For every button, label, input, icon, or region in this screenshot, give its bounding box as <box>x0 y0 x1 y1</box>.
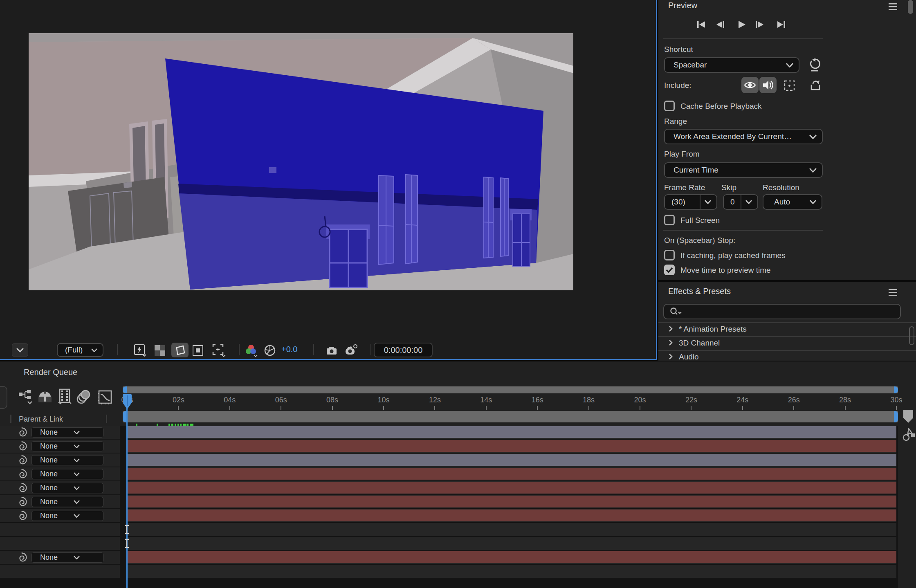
shortcut-dropdown[interactable]: Spacebar <box>664 57 799 73</box>
comp-marker-bin-icon[interactable] <box>902 409 914 424</box>
expand-chevron-icon[interactable] <box>669 325 673 334</box>
layer-track[interactable] <box>127 537 896 550</box>
column-divider[interactable] <box>106 415 107 423</box>
layer-track[interactable] <box>127 426 896 439</box>
layer-duration-bar[interactable] <box>127 509 896 521</box>
layer-track[interactable] <box>127 467 896 480</box>
cache-before-playback-checkbox[interactable] <box>664 101 675 111</box>
transparency-grid-icon[interactable] <box>154 345 166 356</box>
navigator-start-handle[interactable] <box>123 386 127 393</box>
magnification-value: (Full) <box>58 346 91 355</box>
pick-whip-icon[interactable] <box>16 427 27 438</box>
current-time-button-partial[interactable] <box>0 386 7 409</box>
layer-duration-bar[interactable] <box>127 551 896 563</box>
effects-group-row[interactable]: * Animation Presets <box>679 325 747 334</box>
parent-link-dropdown[interactable]: None <box>31 441 103 451</box>
play-button[interactable] <box>737 20 746 29</box>
expand-chevron-icon[interactable] <box>669 339 673 348</box>
primary-viewer-toggle[interactable] <box>809 79 822 92</box>
timecode-display[interactable]: 0:00:00:00 <box>374 343 433 357</box>
show-snapshot-icon[interactable] <box>345 344 358 356</box>
layer-track[interactable] <box>127 509 896 522</box>
first-frame-button[interactable] <box>696 20 706 29</box>
composition-mini-flowchart-icon[interactable] <box>18 389 35 405</box>
skip-combo[interactable]: 0 <box>723 194 758 210</box>
mask-visibility-icon[interactable] <box>171 343 189 357</box>
layer-track[interactable] <box>127 495 896 508</box>
audio-include-toggle[interactable] <box>759 77 777 93</box>
resolution-dropdown[interactable]: Auto <box>763 194 822 210</box>
layer-duration-bar[interactable] <box>127 440 896 452</box>
next-frame-button[interactable] <box>755 20 765 29</box>
guides-icon[interactable] <box>193 345 204 356</box>
snap-tool-icon[interactable] <box>902 428 915 442</box>
snapshot-camera-icon[interactable] <box>326 345 338 355</box>
reset-icon[interactable] <box>808 58 821 72</box>
parent-link-dropdown[interactable]: None <box>31 469 103 479</box>
pick-whip-icon[interactable] <box>16 496 27 507</box>
layer-duration-bar[interactable] <box>127 496 896 507</box>
pick-whip-icon[interactable] <box>16 455 27 466</box>
pick-whip-icon[interactable] <box>16 552 27 563</box>
range-dropdown[interactable]: Work Area Extended By Current… <box>664 129 823 144</box>
region-of-interest-icon[interactable] <box>212 344 226 357</box>
parent-link-dropdown[interactable]: None <box>31 497 103 507</box>
comp-viewer-image[interactable] <box>29 33 573 290</box>
exposure-value[interactable]: +0.0 <box>281 345 297 354</box>
column-divider[interactable] <box>10 415 11 423</box>
pick-whip-icon[interactable] <box>16 483 27 494</box>
parent-link-dropdown[interactable]: None <box>31 511 103 521</box>
draft-3d-icon[interactable] <box>76 389 92 405</box>
effects-group-row[interactable]: 3D Channel <box>679 339 720 348</box>
layer-duration-bar[interactable] <box>127 426 896 438</box>
playhead-line[interactable] <box>126 402 128 588</box>
work-area-end-handle[interactable] <box>894 411 898 422</box>
fast-preview-icon[interactable] <box>134 344 147 357</box>
play-cached-frames-checkbox[interactable] <box>664 250 675 260</box>
magnification-dropdown[interactable]: (Full) <box>57 343 103 357</box>
effects-scrollbar-thumb[interactable] <box>909 326 914 345</box>
parent-link-dropdown[interactable]: None <box>31 552 103 563</box>
layer-track[interactable] <box>127 453 896 467</box>
overlays-include-toggle[interactable] <box>784 80 795 91</box>
move-time-checkbox[interactable] <box>664 265 675 275</box>
layer-duration-bar[interactable] <box>127 482 896 494</box>
effects-search-input[interactable] <box>663 304 901 319</box>
layer-track[interactable] <box>127 440 896 453</box>
layer-track[interactable] <box>127 523 896 536</box>
expand-chevron-icon[interactable] <box>669 353 673 361</box>
graph-editor-icon[interactable] <box>97 389 113 405</box>
view-menu-chevron[interactable] <box>12 343 28 357</box>
previous-frame-button[interactable] <box>715 20 725 29</box>
work-area-bar[interactable] <box>123 411 898 422</box>
layer-duration-bar[interactable] <box>127 454 896 466</box>
hamburger-menu-icon[interactable] <box>889 289 897 296</box>
parent-link-dropdown[interactable]: None <box>31 455 103 465</box>
layer-track[interactable] <box>127 481 896 494</box>
exposure-icon[interactable] <box>264 345 276 356</box>
last-frame-button[interactable] <box>776 20 786 29</box>
play-from-dropdown[interactable]: Current Time <box>664 162 823 178</box>
parent-link-dropdown[interactable]: None <box>31 427 103 438</box>
frame-rate-combo[interactable]: (30) <box>664 194 717 210</box>
channels-rgb-icon[interactable] <box>245 344 258 357</box>
pick-whip-icon[interactable] <box>16 510 27 521</box>
motion-blur-icon[interactable] <box>38 389 54 405</box>
pick-whip-icon[interactable] <box>16 441 27 452</box>
layer-track[interactable] <box>127 565 896 578</box>
right-panel: Preview Shortcut Spacebar Include: <box>658 0 916 361</box>
parent-link-dropdown[interactable]: None <box>31 483 103 493</box>
effects-group-row[interactable]: Audio <box>679 352 699 361</box>
playhead-marker[interactable] <box>122 394 132 410</box>
hamburger-menu-icon[interactable] <box>889 3 897 10</box>
time-navigator-bar[interactable] <box>123 386 898 393</box>
video-include-toggle[interactable] <box>741 77 759 93</box>
full-screen-checkbox[interactable] <box>664 215 675 225</box>
panel-scrollbar-thumb[interactable] <box>908 0 913 14</box>
navigator-end-handle[interactable] <box>894 386 898 393</box>
frame-blending-icon[interactable] <box>57 388 73 405</box>
layer-duration-bar[interactable] <box>127 468 896 480</box>
layer-track[interactable] <box>127 551 896 564</box>
tab-render-queue[interactable]: Render Queue <box>24 368 77 377</box>
pick-whip-icon[interactable] <box>16 469 27 480</box>
